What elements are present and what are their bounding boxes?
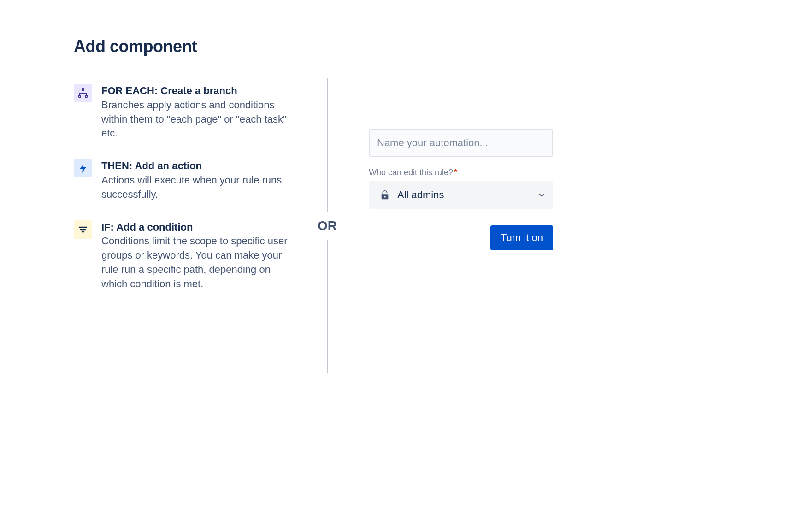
required-indicator: *	[454, 168, 457, 177]
divider-line	[327, 240, 328, 373]
select-value: All admins	[397, 189, 530, 201]
unlock-icon	[380, 190, 390, 200]
component-branch[interactable]: FOR EACH: Create a branch Branches apply…	[74, 84, 295, 141]
component-desc: Conditions limit the scope to specific u…	[101, 234, 295, 291]
add-component-panel: Add component FOR EACH: Create a branch …	[74, 37, 295, 291]
component-title: FOR EACH: Create a branch	[101, 84, 295, 98]
component-title: THEN: Add an action	[101, 159, 295, 173]
turn-it-on-button[interactable]: Turn it on	[490, 225, 553, 250]
filter-icon	[74, 220, 92, 239]
edit-permission-select[interactable]: All admins	[369, 181, 553, 209]
or-label: OR	[318, 215, 337, 237]
divider-line	[327, 78, 328, 212]
automation-name-input[interactable]	[369, 129, 553, 157]
branch-icon	[74, 84, 92, 102]
or-divider: OR	[295, 78, 360, 373]
component-list: FOR EACH: Create a branch Branches apply…	[74, 84, 295, 291]
svg-rect-1	[79, 95, 81, 97]
component-desc: Branches apply actions and conditions wi…	[101, 98, 295, 141]
edit-permission-label: Who can edit this rule?	[369, 168, 453, 177]
component-desc: Actions will execute when your rule runs…	[101, 173, 295, 202]
svg-rect-2	[85, 95, 87, 97]
page-title: Add component	[74, 37, 295, 56]
lightning-icon	[74, 159, 92, 177]
chevron-down-icon	[537, 191, 546, 199]
component-title: IF: Add a condition	[101, 220, 295, 235]
automation-form: Who can edit this rule?* All admins Turn…	[360, 37, 553, 250]
svg-rect-0	[82, 89, 84, 90]
component-condition[interactable]: IF: Add a condition Conditions limit the…	[74, 220, 295, 291]
component-action[interactable]: THEN: Add an action Actions will execute…	[74, 159, 295, 201]
